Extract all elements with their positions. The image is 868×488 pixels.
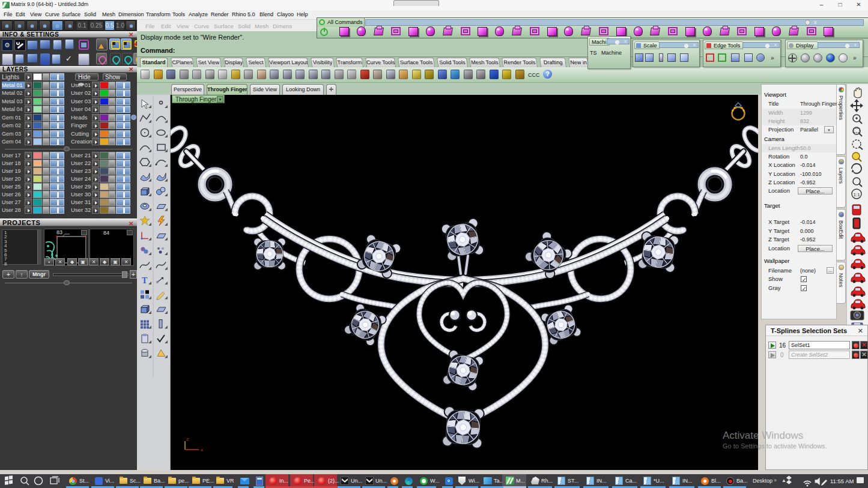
svg-text:x: x bbox=[201, 447, 203, 453]
svg-text:z: z bbox=[186, 436, 189, 442]
svg-text:1:1: 1:1 bbox=[854, 192, 861, 197]
svg-text:T: T bbox=[142, 276, 148, 285]
